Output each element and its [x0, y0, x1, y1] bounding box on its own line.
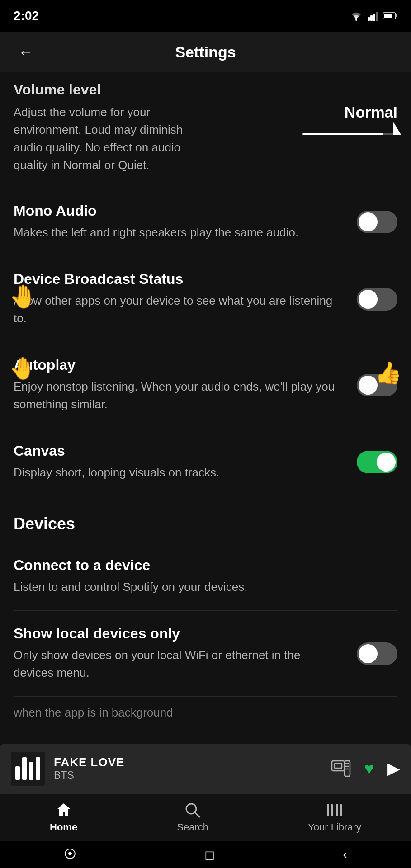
- svg-point-14: [186, 804, 196, 814]
- play-icon[interactable]: ▶: [387, 759, 400, 778]
- svg-rect-1: [368, 17, 370, 21]
- canvas-title: Canvas: [14, 443, 343, 459]
- device-broadcast-row: 🤚 Device Broadcast Status Allow other ap…: [14, 256, 397, 342]
- devices-section-header: Devices: [14, 496, 397, 542]
- art-bar-3: [29, 762, 33, 780]
- svg-rect-2: [370, 15, 373, 21]
- canvas-toggle[interactable]: [357, 451, 397, 473]
- mono-audio-desc: Makes the left and right speakers play t…: [14, 224, 343, 241]
- album-art: [11, 752, 45, 786]
- svg-point-0: [355, 19, 357, 21]
- back-nav-button[interactable]: ‹: [343, 847, 347, 862]
- local-devices-knob: [359, 644, 378, 663]
- art-bar-4: [36, 757, 40, 780]
- search-label: Search: [177, 821, 208, 833]
- volume-control[interactable]: Normal: [298, 104, 397, 143]
- local-devices-info: Show local devices only Only show device…: [14, 625, 357, 682]
- slider-thumb: [393, 121, 401, 135]
- connect-device-desc: Listen to and control Spotify on your de…: [14, 578, 397, 596]
- mini-player[interactable]: FAKE LOVE BTS ♥ ▶: [0, 744, 411, 793]
- svg-rect-6: [396, 14, 397, 17]
- slider-fill: [302, 133, 383, 135]
- svg-rect-7: [384, 14, 392, 18]
- recent-apps-button[interactable]: ⦿: [64, 847, 76, 862]
- device-broadcast-info: Device Broadcast Status Allow other apps…: [14, 271, 357, 327]
- svg-rect-19: [340, 804, 342, 816]
- bottom-nav: Home Search Your Library: [0, 793, 411, 841]
- autoplay-row: 🤚 👍 Autoplay Enjoy nonstop listening. Wh…: [14, 342, 397, 428]
- cast-icon[interactable]: [331, 760, 351, 777]
- svg-rect-16: [327, 804, 329, 816]
- svg-line-15: [195, 812, 200, 817]
- connect-device-title: Connect to a device: [14, 557, 397, 574]
- local-devices-toggle[interactable]: [357, 642, 397, 665]
- wifi-icon: [350, 11, 363, 21]
- autoplay-info: Autoplay Enjoy nonstop listening. When y…: [14, 357, 357, 413]
- device-broadcast-toggle[interactable]: [357, 288, 397, 311]
- track-title: FAKE LOVE: [54, 755, 322, 769]
- nav-search[interactable]: Search: [177, 802, 208, 833]
- library-icon: [326, 802, 343, 819]
- battery-icon: [383, 12, 397, 20]
- local-devices-title: Show local devices only: [14, 625, 343, 642]
- heart-icon[interactable]: ♥: [364, 759, 374, 778]
- mini-player-info: FAKE LOVE BTS: [54, 755, 322, 782]
- page-title: Settings: [175, 43, 236, 61]
- signal-icon: [368, 11, 378, 21]
- volume-row: Adjust the volume for your environment. …: [14, 104, 397, 174]
- local-devices-desc: Only show devices on your local WiFi or …: [14, 646, 343, 682]
- device-broadcast-desc: Allow other apps on your device to see w…: [14, 292, 343, 327]
- local-devices-row: Show local devices only Only show device…: [14, 611, 397, 697]
- settings-content: Volume level Adjust the volume for your …: [0, 72, 411, 810]
- home-icon: [55, 802, 72, 819]
- nav-home[interactable]: Home: [50, 802, 77, 833]
- slider-track: [302, 133, 397, 135]
- library-label: Your Library: [308, 821, 361, 833]
- system-nav: ⦿ ◻ ‹: [0, 841, 411, 868]
- nav-library[interactable]: Your Library: [308, 802, 361, 833]
- device-broadcast-knob: [359, 290, 378, 309]
- autoplay-desc: Enjoy nonstop listening. When your audio…: [14, 378, 343, 413]
- devices-title: Devices: [14, 514, 397, 533]
- emoji-hand-left2: 🤚: [9, 356, 36, 381]
- art-bar-2: [22, 757, 27, 780]
- canvas-info: Canvas Display short, looping visuals on…: [14, 443, 357, 481]
- volume-level-title: Volume level: [14, 81, 397, 98]
- autoplay-title: Autoplay: [14, 357, 343, 373]
- back-button[interactable]: ←: [14, 39, 38, 66]
- svg-rect-17: [331, 804, 333, 816]
- svg-rect-3: [373, 14, 375, 21]
- partial-text: when the app is in background: [14, 697, 397, 720]
- canvas-knob: [377, 453, 396, 472]
- canvas-row: Canvas Display short, looping visuals on…: [14, 428, 397, 496]
- mono-audio-knob: [359, 212, 378, 231]
- emoji-thumbs-right: 👍: [375, 360, 402, 386]
- art-bar-1: [15, 766, 20, 780]
- home-label: Home: [50, 821, 77, 833]
- mono-audio-title: Mono Audio: [14, 203, 343, 219]
- volume-description: Adjust the volume for your environment. …: [14, 104, 203, 174]
- connect-device-row[interactable]: Connect to a device Listen to and contro…: [14, 542, 397, 611]
- status-bar: 2:02: [0, 0, 411, 32]
- search-icon: [184, 802, 201, 819]
- mini-player-controls: ♥ ▶: [331, 759, 400, 778]
- mono-audio-toggle[interactable]: [357, 211, 397, 233]
- mono-audio-row: Mono Audio Makes the left and right spea…: [14, 188, 397, 256]
- emoji-hand-left: 🤚: [9, 283, 37, 310]
- art-bars: [15, 757, 40, 780]
- svg-rect-8: [332, 761, 345, 771]
- status-icons: [350, 11, 397, 21]
- status-time: 2:02: [14, 9, 39, 23]
- home-button[interactable]: ◻: [204, 847, 215, 862]
- canvas-desc: Display short, looping visuals on tracks…: [14, 464, 343, 481]
- svg-rect-18: [336, 804, 338, 816]
- svg-rect-4: [376, 12, 378, 21]
- settings-header: ← Settings: [0, 32, 411, 72]
- device-broadcast-title: Device Broadcast Status: [14, 271, 343, 288]
- volume-level-section: Volume level Adjust the volume for your …: [14, 72, 397, 188]
- volume-slider[interactable]: [302, 125, 397, 143]
- mono-audio-info: Mono Audio Makes the left and right spea…: [14, 203, 357, 241]
- track-artist: BTS: [54, 769, 322, 782]
- svg-rect-9: [335, 764, 342, 768]
- volume-current-level: Normal: [345, 104, 397, 121]
